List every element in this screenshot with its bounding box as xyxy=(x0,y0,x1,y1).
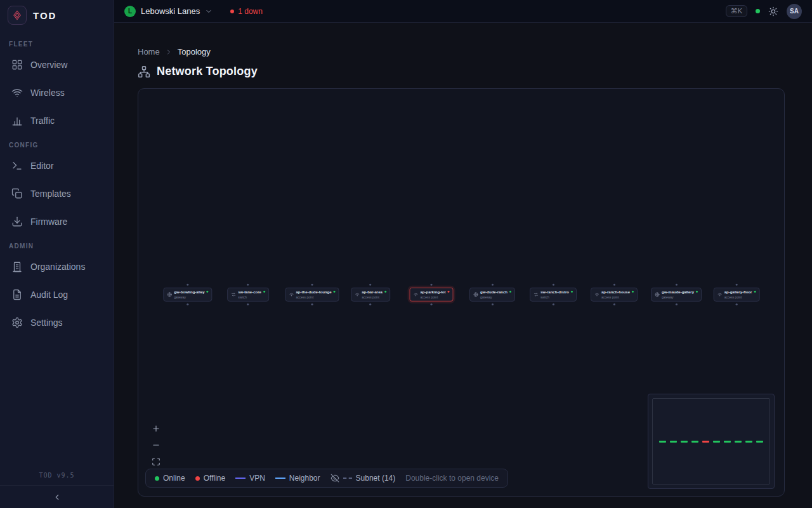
command-palette-button[interactable]: ⌘K xyxy=(726,5,747,17)
topology-node[interactable]: ap-the-dude-loungeaccess point xyxy=(285,288,339,302)
sidebar-item-templates[interactable]: Templates xyxy=(6,183,107,204)
legend-online: Online xyxy=(155,474,185,483)
org-avatar: L xyxy=(124,6,136,17)
topology-node[interactable]: sw-lane-coreswitch xyxy=(227,288,269,302)
node-detail: access point xyxy=(421,295,446,300)
port-handle-top[interactable] xyxy=(370,284,372,286)
maximize-icon xyxy=(152,457,160,466)
topology-node[interactable]: gw-maude-gallerygateway xyxy=(651,288,702,302)
copy-icon xyxy=(11,188,23,199)
topology-node[interactable]: ap-ranch-houseaccess point xyxy=(591,288,638,302)
file-text-icon xyxy=(11,289,23,300)
topology-node[interactable]: gw-bowling-alleygateway xyxy=(163,288,212,302)
sidebar-collapse-button[interactable] xyxy=(0,485,114,508)
vpn-line-icon xyxy=(235,478,246,479)
port-handle-bottom[interactable] xyxy=(431,304,433,305)
sidebar-item-organizations[interactable]: Organizations xyxy=(6,256,107,277)
topology-node-wrapper: ap-gallery-flooraccess point xyxy=(714,284,760,305)
theme-toggle-button[interactable] xyxy=(768,6,778,17)
sun-icon xyxy=(768,6,778,17)
port-handle-top[interactable] xyxy=(187,284,189,286)
topology-node-wrapper: ap-parking-lotaccess point xyxy=(410,284,454,305)
minimap-node xyxy=(691,441,698,443)
node-status-dot xyxy=(448,291,450,293)
sidebar-item-label: Firmware xyxy=(30,217,67,227)
ap-icon xyxy=(594,292,599,297)
breadcrumb-home-link[interactable]: Home xyxy=(138,47,160,57)
port-handle-bottom[interactable] xyxy=(552,304,554,305)
sidebar-item-audit-log[interactable]: Audit Log xyxy=(6,284,107,305)
zoom-in-button[interactable] xyxy=(150,422,162,435)
down-devices-alert[interactable]: 1 down xyxy=(230,7,263,16)
minimap-nodes xyxy=(648,441,774,443)
port-handle-bottom[interactable] xyxy=(311,304,313,305)
node-detail: access point xyxy=(724,295,752,300)
sidebar-item-traffic[interactable]: Traffic xyxy=(6,110,107,131)
port-handle-bottom[interactable] xyxy=(675,304,677,305)
port-handle-bottom[interactable] xyxy=(736,304,738,305)
topology-node[interactable]: ap-gallery-flooraccess point xyxy=(714,288,760,302)
ap-icon xyxy=(414,292,419,297)
user-avatar[interactable]: SA xyxy=(787,4,802,19)
node-name: gw-bowling-alley xyxy=(174,290,204,295)
sidebar-item-label: Wireless xyxy=(30,88,65,98)
minimap-node xyxy=(756,441,763,443)
app-root: TOD FLEETOverviewWirelessTrafficCONFIGEd… xyxy=(0,0,812,508)
topology-canvas[interactable]: gw-bowling-alleygatewaysw-lane-coreswitc… xyxy=(138,88,785,497)
sidebar-item-firmware[interactable]: Firmware xyxy=(6,211,107,232)
port-handle-bottom[interactable] xyxy=(370,304,372,305)
eye-off-icon[interactable] xyxy=(331,474,339,483)
app-name: TOD xyxy=(33,10,56,21)
minimap-node xyxy=(702,441,709,443)
node-status-dot xyxy=(696,291,698,293)
minimap-node xyxy=(735,441,742,443)
node-name: gw-dude-ranch xyxy=(480,290,508,295)
port-handle-bottom[interactable] xyxy=(492,304,494,305)
ap-icon xyxy=(355,292,360,297)
sidebar-item-settings[interactable]: Settings xyxy=(6,312,107,333)
sidebar-item-wireless[interactable]: Wireless xyxy=(6,82,107,104)
org-switcher[interactable]: L Lebowski Lanes xyxy=(124,6,213,17)
topology-node[interactable]: ap-parking-lotaccess point xyxy=(410,288,454,302)
gear-icon xyxy=(11,317,23,328)
port-handle-bottom[interactable] xyxy=(613,304,615,305)
topology-node[interactable]: sw-ranch-distroswitch xyxy=(530,288,577,302)
port-handle-top[interactable] xyxy=(492,284,494,286)
port-handle-top[interactable] xyxy=(736,284,738,286)
node-detail: switch xyxy=(238,295,261,300)
port-handle-bottom[interactable] xyxy=(187,304,189,305)
port-handle-top[interactable] xyxy=(431,284,433,286)
app-version: TOD v9.5 xyxy=(0,472,114,479)
node-status-dot xyxy=(632,291,634,293)
topology-node-wrapper: ap-bar-areaaccess point xyxy=(351,284,390,305)
port-handle-bottom[interactable] xyxy=(247,304,249,305)
port-handle-top[interactable] xyxy=(613,284,615,286)
minimap-node xyxy=(681,441,688,443)
down-devices-label: 1 down xyxy=(238,7,263,16)
topology-node[interactable]: ap-bar-areaaccess point xyxy=(351,288,390,302)
legend-subnet-label: Subnet (14) xyxy=(356,474,396,483)
topology-node-wrapper: sw-ranch-distroswitch xyxy=(530,284,577,305)
node-name: ap-bar-area xyxy=(362,290,383,295)
sidebar-item-editor[interactable]: Editor xyxy=(6,155,107,177)
node-detail: gateway xyxy=(480,295,508,300)
app-logo[interactable]: TOD xyxy=(0,0,114,30)
zoom-out-button[interactable] xyxy=(150,439,162,451)
port-handle-top[interactable] xyxy=(247,284,249,286)
port-handle-top[interactable] xyxy=(675,284,677,286)
topology-node[interactable]: gw-dude-ranchgateway xyxy=(469,288,515,302)
sidebar-item-overview[interactable]: Overview xyxy=(6,54,107,76)
port-handle-top[interactable] xyxy=(311,284,313,286)
sidebar-nav: FLEETOverviewWirelessTrafficCONFIGEditor… xyxy=(0,30,114,508)
minimap[interactable] xyxy=(648,394,775,489)
gateway-icon xyxy=(167,292,172,297)
chevron-right-icon xyxy=(165,48,173,56)
fit-view-button[interactable] xyxy=(150,455,162,468)
node-status-dot xyxy=(384,291,386,293)
grid-icon xyxy=(11,59,23,70)
node-status-dot xyxy=(754,291,756,293)
topology-node-wrapper: gw-bowling-alleygateway xyxy=(163,284,212,305)
breadcrumb: Home Topology xyxy=(138,47,785,57)
port-handle-top[interactable] xyxy=(552,284,554,286)
nav-section-label: ADMIN xyxy=(9,243,105,250)
